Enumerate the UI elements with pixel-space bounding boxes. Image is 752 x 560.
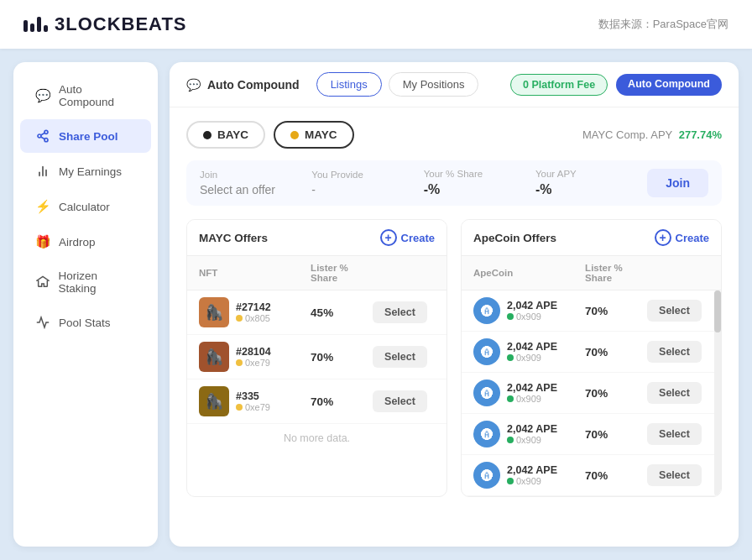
join-col-share: Your % Share -%: [424, 169, 535, 197]
sidebar-item-my-earnings[interactable]: My Earnings: [20, 154, 151, 188]
staking-icon: [35, 275, 50, 290]
sidebar-item-share-pool[interactable]: Share Pool: [20, 119, 151, 153]
nft-info: #335 0xe79: [236, 390, 270, 412]
apecoin-col: 🅐 2,042 APE 0x909: [473, 379, 585, 406]
apecoin-addr: 0x909: [507, 394, 557, 404]
select-button[interactable]: Select: [373, 301, 427, 323]
your-share-value: -%: [424, 182, 535, 197]
apecoin-create-button[interactable]: + Create: [655, 229, 709, 246]
content-body: BAYC MAYC MAYC Comp. APY 277.74%: [170, 107, 739, 510]
col-share-header: Lister % Share: [585, 263, 647, 283]
share-value: 70%: [311, 351, 373, 364]
sidebar-item-label: Share Pool: [59, 130, 118, 143]
token-btn-mayc[interactable]: MAYC: [274, 121, 354, 149]
select-button[interactable]: Select: [647, 341, 702, 363]
apecoin-icon: 🅐: [473, 421, 500, 447]
action-col: Select: [647, 423, 709, 445]
mayc-table-header: NFT Lister % Share: [187, 256, 446, 290]
apecoin-info: 2,042 APE 0x909: [507, 423, 557, 445]
apecoin-amount: 2,042 APE: [507, 382, 557, 394]
apecoin-rows-wrapper: 🅐 2,042 APE 0x909 70%: [462, 290, 721, 496]
apy-display: MAYC Comp. APY 277.74%: [582, 128, 722, 141]
action-col: Select: [373, 346, 435, 368]
nft-col: 🦍 #28104 0xe79: [199, 342, 311, 372]
apecoin-icon: 🅐: [473, 338, 500, 365]
logo-text: 3LOCKBEATS: [55, 13, 187, 35]
apecoin-col: 🅐 2,042 APE 0x909: [473, 338, 585, 365]
logo: 3LOCKBEATS: [24, 13, 187, 35]
sidebar-item-label: Pool Stats: [59, 317, 111, 329]
apecoin-icon: 🅐: [473, 379, 500, 406]
tab-my-positions[interactable]: My Positions: [389, 72, 479, 97]
tab-listings[interactable]: Listings: [316, 72, 382, 97]
nft-addr: 0xe79: [236, 402, 270, 412]
main-area: 💬 Auto Compound Share Pool My Earnings ⚡…: [0, 49, 752, 560]
select-button[interactable]: Select: [647, 464, 702, 486]
mayc-create-button[interactable]: + Create: [380, 229, 435, 246]
nft-image: 🦍: [199, 386, 229, 416]
token-selector: BAYC MAYC: [186, 121, 354, 149]
sidebar-item-horizen-staking[interactable]: Horizen Staking: [20, 260, 151, 304]
no-more-data: No more data.: [187, 424, 446, 453]
action-col: Select: [647, 341, 709, 363]
nft-id: #27142: [236, 301, 271, 313]
apecoin-col: 🅐 2,042 APE 0x909: [473, 297, 585, 324]
col-action-header: [647, 263, 709, 283]
share-value: 70%: [585, 346, 647, 359]
share-value: 70%: [311, 395, 373, 408]
col-apecoin-header: ApeCoin: [473, 263, 585, 283]
apecoin-icon: 🅐: [473, 297, 500, 324]
your-apy-label: Your APY: [535, 169, 647, 179]
sidebar-item-auto-compound[interactable]: 💬 Auto Compound: [20, 74, 151, 118]
col-action-header: [373, 263, 435, 283]
share-icon: [35, 128, 50, 144]
sidebar-item-airdrop[interactable]: 🎁 Airdrop: [20, 225, 151, 259]
token-row: BAYC MAYC MAYC Comp. APY 277.74%: [186, 121, 722, 149]
auto-compound-badge: Auto Compound: [616, 74, 722, 96]
create-circle-icon: +: [380, 229, 397, 246]
join-col-join: Join Select an offer: [200, 170, 311, 196]
chat-icon: 💬: [35, 88, 50, 103]
list-item: 🅐 2,042 APE 0x909 70%: [462, 455, 721, 496]
sidebar-item-calculator[interactable]: ⚡ Calculator: [20, 190, 151, 223]
sidebar-item-label: My Earnings: [59, 165, 122, 178]
nft-thumbnail: 🦍: [199, 386, 229, 416]
platform-fee-badge: 0 Platform Fee: [510, 74, 608, 96]
apecoin-addr: 0x909: [507, 353, 557, 363]
select-button[interactable]: Select: [373, 346, 427, 368]
table-row: 🦍 #335 0xe79 70%: [187, 379, 446, 424]
data-source: 数据来源：ParaSpace官网: [598, 17, 728, 32]
nft-info: #27142 0x805: [236, 301, 271, 323]
sidebar-item-label: Airdrop: [59, 236, 96, 249]
mayc-create-label: Create: [401, 232, 435, 244]
scrollbar-thumb[interactable]: [714, 290, 721, 332]
join-col-provide: You Provide -: [311, 170, 423, 196]
share-value: 70%: [585, 305, 647, 317]
badges-area: 0 Platform Fee Auto Compound: [510, 74, 722, 96]
join-button[interactable]: Join: [647, 169, 708, 197]
addr-dot-icon: [236, 359, 243, 366]
select-button[interactable]: Select: [647, 423, 702, 445]
action-col: Select: [647, 464, 709, 486]
col-share-header: Lister % Share: [311, 263, 373, 283]
select-button[interactable]: Select: [647, 382, 702, 404]
nft-id: #335: [236, 390, 270, 402]
you-provide-label: You Provide: [311, 170, 423, 180]
join-label: Join: [200, 170, 311, 180]
token-btn-bayc[interactable]: BAYC: [186, 121, 265, 149]
addr-dot-icon: [236, 315, 243, 322]
nft-image: 🦍: [199, 297, 229, 327]
apecoin-info: 2,042 APE 0x909: [507, 464, 557, 486]
section-title: 💬 Auto Compound: [186, 78, 300, 92]
apecoin-create-label: Create: [676, 232, 709, 244]
select-button[interactable]: Select: [373, 390, 427, 412]
section-title-text: Auto Compound: [207, 78, 300, 92]
content-panel: 💬 Auto Compound Listings My Positions 0 …: [170, 62, 739, 547]
list-item: 🅐 2,042 APE 0x909 70%: [462, 332, 721, 373]
table-row: 🦍 #28104 0xe79 70%: [187, 335, 446, 379]
select-button[interactable]: Select: [647, 300, 702, 322]
mayc-offers-title: MAYC Offers: [199, 232, 268, 244]
sidebar-item-pool-stats[interactable]: Pool Stats: [20, 306, 151, 339]
share-value: 70%: [585, 428, 647, 441]
mayc-dot: [290, 131, 299, 139]
